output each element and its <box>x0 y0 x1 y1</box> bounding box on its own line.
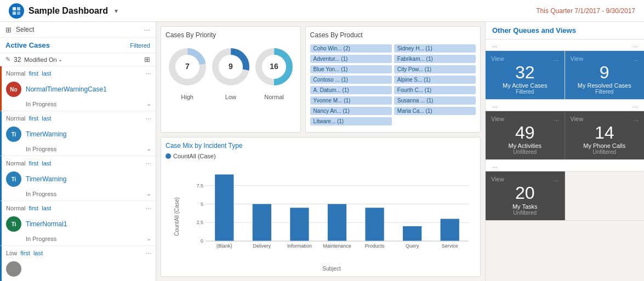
title-chevron-icon[interactable]: ▾ <box>115 7 118 15</box>
queue-count: 49 <box>491 123 559 142</box>
queue-filter: Unfiltered <box>491 149 559 155</box>
queue-cell-header: View ... <box>571 55 639 62</box>
donut-svg: 7 <box>168 48 207 86</box>
queue-row: View ... 49 My Activities Unfiltered Vie… <box>486 111 644 160</box>
product-tag[interactable]: City Pow... (1) <box>394 65 476 73</box>
case-name[interactable]: TimerNormal1 <box>26 220 151 228</box>
case-link-first[interactable]: first <box>29 205 38 211</box>
case-link-first[interactable]: first <box>29 160 38 167</box>
case-expand-icon[interactable]: ⌄ <box>146 145 151 152</box>
view-toggle-icon[interactable]: ⊞ <box>144 55 150 64</box>
queue-more-icon[interactable]: ... <box>634 116 639 122</box>
case-more-icon[interactable]: ··· <box>146 204 151 212</box>
product-tag[interactable]: Coho Win... (2) <box>310 44 392 53</box>
case-item-header: Normal first last ··· <box>2 111 156 125</box>
queue-more-icon[interactable]: ... <box>554 176 558 182</box>
case-link-last[interactable]: last <box>42 115 51 122</box>
case-link-last[interactable]: last <box>33 250 43 256</box>
product-tag[interactable]: Sidney H... (1) <box>394 44 476 53</box>
queue-view-link[interactable]: View <box>491 55 504 62</box>
queue-dots[interactable]: ... <box>632 102 637 108</box>
cases-list: Normal first last ··· No NormalTimerWarn… <box>0 66 156 281</box>
queue-more-icon[interactable]: ... <box>634 55 639 62</box>
case-expand-icon[interactable]: ⌄ <box>146 100 151 107</box>
queue-count: 9 <box>571 63 639 82</box>
svg-rect-33 <box>441 219 459 242</box>
case-links: first last <box>29 160 51 167</box>
queue-count: 32 <box>491 63 559 82</box>
svg-rect-31 <box>403 226 421 241</box>
svg-text:9: 9 <box>229 62 233 71</box>
case-link-first[interactable]: first <box>29 115 38 122</box>
date-range: This Quarter 7/1/2017 - 9/30/2017 <box>536 7 635 15</box>
donut-label: Normal <box>252 94 295 100</box>
product-tag[interactable]: Yvonne M... (1) <box>310 96 392 105</box>
product-chart-title: Cases By Product <box>310 31 476 39</box>
product-tag[interactable]: A. Datum... (1) <box>310 86 392 94</box>
queue-more-icon[interactable]: ... <box>554 116 558 122</box>
toolbar-more-icon[interactable]: ··· <box>144 25 150 34</box>
svg-rect-1 <box>17 7 20 10</box>
case-expand-icon[interactable]: ⌄ <box>146 235 151 242</box>
right-panel-title: Other Queues and Views <box>492 26 576 35</box>
case-more-icon[interactable]: ··· <box>146 249 151 257</box>
case-links: first last <box>29 205 51 211</box>
case-link-first[interactable]: first <box>29 70 38 77</box>
product-tag[interactable]: Blue Yon... (1) <box>310 65 392 73</box>
case-name[interactable]: TimerWarning <box>26 130 151 138</box>
queue-dots[interactable]: ... <box>632 42 637 48</box>
edit-icon[interactable]: ✎ <box>5 56 10 63</box>
queue-cell: View ... 49 My Activities Unfiltered <box>486 111 565 159</box>
queue-more-icon[interactable]: ... <box>554 55 558 62</box>
svg-rect-27 <box>328 204 346 242</box>
queue-dots[interactable]: ... <box>492 162 497 169</box>
product-tag[interactable]: Fourth C... (1) <box>394 86 476 94</box>
case-link-last[interactable]: last <box>42 205 51 211</box>
case-status-row: In Progress ⌄ <box>2 189 156 200</box>
queue-dots[interactable]: ... <box>492 42 497 48</box>
case-more-icon[interactable]: ··· <box>146 70 151 77</box>
case-link-last[interactable]: last <box>42 70 51 77</box>
queue-name: My Activities <box>491 142 559 149</box>
y-axis-label: CountAll (Case) <box>166 162 187 272</box>
donut-chart: 9 <box>212 48 250 86</box>
case-name[interactable]: TimerWarning <box>26 175 151 183</box>
case-name[interactable]: NormalTimerWarningCase1 <box>26 85 151 93</box>
svg-text:Maintenance: Maintenance <box>323 243 351 249</box>
queue-view-link[interactable]: View <box>571 55 584 62</box>
queue-cell-header: View ... <box>491 176 559 182</box>
svg-text:5: 5 <box>201 202 203 207</box>
product-tag[interactable]: Susanna ... (1) <box>394 96 476 105</box>
product-tag[interactable]: Litware... (1) <box>310 117 392 125</box>
svg-text:Delivery: Delivery <box>253 243 271 249</box>
modified-on-sort[interactable]: Modified On ⌄ <box>24 56 62 63</box>
queue-filter: Filtered <box>491 89 559 95</box>
case-link-last[interactable]: last <box>42 160 51 167</box>
queue-view-link[interactable]: View <box>491 116 504 122</box>
case-more-icon[interactable]: ··· <box>146 114 151 122</box>
select-button[interactable]: Select <box>16 26 34 33</box>
queue-cell: View ... 20 My Tasks Unfiltered <box>486 171 565 220</box>
product-tag[interactable]: Fabrikam... (1) <box>394 55 476 63</box>
right-panel-header: Other Queues and Views <box>486 22 644 39</box>
product-tag[interactable]: Contoso ... (1) <box>310 76 392 84</box>
svg-rect-3 <box>17 12 20 15</box>
case-expand-icon[interactable]: ⌄ <box>146 190 151 197</box>
product-tag[interactable]: Alpine S... (1) <box>394 76 476 84</box>
page-title: Sample Dashboard <box>29 6 108 16</box>
list-item: Normal first last ··· No NormalTimerWarn… <box>0 66 156 111</box>
queue-dots[interactable]: ... <box>492 102 497 108</box>
queue-filter: Unfiltered <box>491 210 559 216</box>
avatar: Ti <box>6 216 21 232</box>
product-tag[interactable]: Nancy An... (1) <box>310 107 392 115</box>
product-tag[interactable]: Adventur... (1) <box>310 55 392 63</box>
case-status-row: In Progress ⌄ <box>2 99 156 111</box>
queue-view-link[interactable]: View <box>571 116 584 122</box>
product-tag[interactable]: Maria Ca... (1) <box>394 107 476 115</box>
svg-text:0: 0 <box>201 238 203 244</box>
svg-text:Query: Query <box>406 243 419 249</box>
svg-text:Information: Information <box>287 243 312 249</box>
case-more-icon[interactable]: ··· <box>146 159 151 167</box>
case-link-first[interactable]: first <box>20 250 30 256</box>
queue-view-link[interactable]: View <box>491 176 504 182</box>
